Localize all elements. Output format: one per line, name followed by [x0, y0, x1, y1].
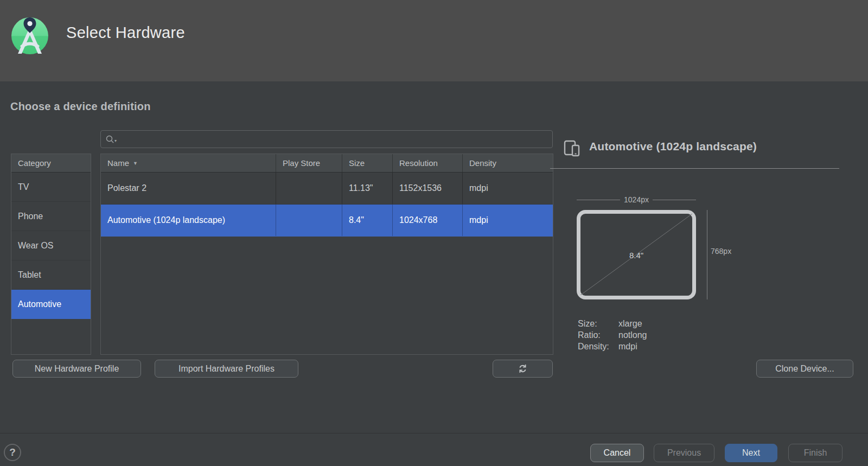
category-header: Category	[11, 154, 91, 173]
title-bar: Select Hardware	[0, 0, 868, 81]
cell-size: 11.13"	[342, 173, 393, 204]
cell-density: mdpi	[463, 173, 553, 204]
help-button[interactable]: ?	[4, 444, 21, 461]
new-hardware-profile-button[interactable]: New Hardware Profile	[12, 360, 141, 378]
device-table: Name▼ Play Store Size Resolution Density…	[100, 154, 553, 355]
height-label: 768px	[711, 247, 731, 256]
cell-size: 8.4"	[342, 205, 393, 236]
device-search-box[interactable]: ▾	[100, 130, 553, 148]
finish-button[interactable]: Finish	[788, 444, 843, 462]
cell-play-store	[276, 173, 342, 204]
category-item-tv[interactable]: TV	[11, 173, 91, 202]
column-header-name[interactable]: Name▼	[101, 154, 276, 172]
height-measure-line	[707, 210, 707, 299]
spec-ratio-value: notlong	[618, 329, 647, 341]
dialog-title: Select Hardware	[66, 24, 185, 42]
cell-resolution: 1024x768	[393, 205, 463, 236]
import-hardware-profiles-button[interactable]: Import Hardware Profiles	[155, 360, 298, 378]
category-item-automotive[interactable]: Automotive	[11, 290, 91, 319]
spec-size-label: Size:	[578, 318, 618, 329]
cell-name: Automotive (1024p landscape)	[101, 205, 276, 236]
column-header-size[interactable]: Size	[342, 154, 393, 172]
search-icon	[105, 135, 115, 144]
clone-device-button[interactable]: Clone Device...	[756, 360, 853, 378]
spec-size-value: xlarge	[618, 318, 642, 329]
device-specs: Size: xlarge Ratio: notlong Density: mdp…	[578, 318, 647, 352]
table-row-polestar-2[interactable]: Polestar 2 11.13" 1152x1536 mdpi	[101, 173, 553, 205]
selected-device-title: Automotive (1024p landscape)	[589, 140, 757, 153]
cell-resolution: 1152x1536	[393, 173, 463, 204]
column-header-density[interactable]: Density	[463, 154, 553, 172]
spec-density-value: mdpi	[618, 341, 637, 352]
column-header-play-store[interactable]: Play Store	[276, 154, 342, 172]
refresh-icon	[518, 364, 527, 373]
cell-name: Polestar 2	[101, 173, 276, 204]
devices-icon	[563, 139, 582, 157]
refresh-button[interactable]	[493, 360, 553, 378]
width-label: 1024px	[620, 195, 653, 204]
category-panel: Category TV Phone Wear OS Tablet Automot…	[11, 154, 91, 355]
column-header-resolution[interactable]: Resolution	[393, 154, 463, 172]
table-row-automotive-1024p[interactable]: Automotive (1024p landscape) 8.4" 1024x7…	[101, 205, 553, 237]
previous-button[interactable]: Previous	[654, 444, 714, 462]
category-item-wear-os[interactable]: Wear OS	[11, 231, 91, 260]
cell-density: mdpi	[463, 205, 553, 236]
search-input[interactable]	[118, 134, 548, 144]
android-studio-logo-icon	[11, 14, 49, 54]
spec-ratio-label: Ratio:	[578, 329, 618, 341]
cancel-button[interactable]: Cancel	[590, 444, 644, 462]
panel-divider	[550, 168, 839, 169]
width-measure-line-left	[577, 200, 620, 200]
category-item-phone[interactable]: Phone	[11, 202, 91, 231]
footer-divider	[0, 433, 868, 433]
category-item-tablet[interactable]: Tablet	[11, 260, 91, 290]
search-options-chevron-icon[interactable]: ▾	[114, 138, 117, 143]
cell-play-store	[276, 205, 342, 236]
page-heading: Choose a device definition	[10, 100, 151, 113]
sort-descending-icon: ▼	[133, 161, 138, 166]
width-measure-line-right	[653, 200, 696, 200]
spec-density-label: Density:	[578, 341, 618, 352]
next-button[interactable]: Next	[725, 444, 777, 462]
diagonal-size-label: 8.4"	[618, 251, 654, 260]
device-table-header: Name▼ Play Store Size Resolution Density	[101, 154, 553, 173]
